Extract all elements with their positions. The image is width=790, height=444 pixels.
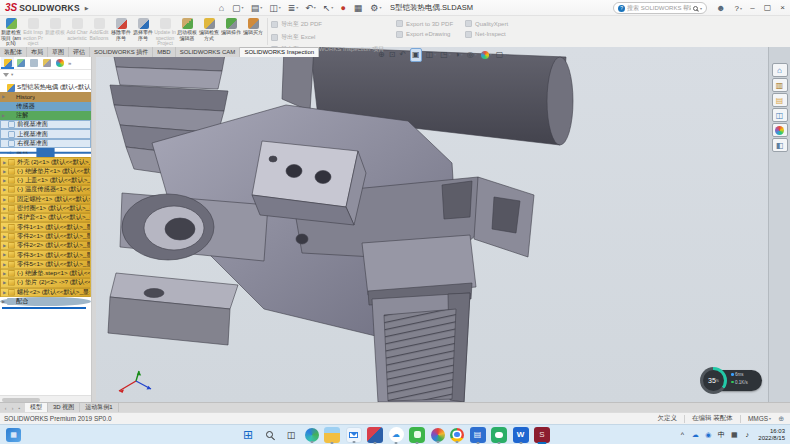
taskbar-clock[interactable]: 16:03 2022/8/15 bbox=[758, 428, 785, 442]
restore-button[interactable]: ▢ bbox=[760, 0, 775, 16]
green-app-icon[interactable] bbox=[409, 427, 425, 443]
tree-item[interactable]: ▶ (-) 绝缘垫片<1> (默认<<默认>_显 bbox=[0, 167, 91, 176]
quick-access-button[interactable]: ▤ bbox=[251, 1, 263, 15]
configuration-manager-tab[interactable] bbox=[27, 57, 40, 69]
command-tab[interactable]: MBD bbox=[153, 47, 175, 57]
performance-overlay[interactable]: 35% 6ms 0.1K/s bbox=[700, 367, 764, 394]
design-library-icon[interactable]: ▥ bbox=[772, 78, 788, 92]
new-inspection-project-button[interactable]: 新建检查项目 (amp;N) bbox=[0, 16, 22, 47]
tree-item[interactable]: 传感器 bbox=[0, 102, 91, 111]
tree-item[interactable]: ▶ 零件3<1> (默认<<默认>_显示状态 bbox=[0, 250, 91, 259]
help-menu[interactable]: ? bbox=[735, 4, 742, 13]
edit-customer-button[interactable]: 编辑买方 bbox=[242, 16, 264, 47]
export-button[interactable]: 导出至 Excel bbox=[271, 33, 384, 42]
start-button[interactable]: ⊞ bbox=[240, 427, 256, 443]
reader-app-icon[interactable]: ▤ bbox=[470, 427, 486, 443]
display-manager-tab[interactable] bbox=[53, 57, 66, 69]
browser-wheel-app-icon[interactable] bbox=[431, 428, 445, 442]
cloud-app-icon[interactable]: ☁ bbox=[389, 427, 404, 442]
select-balloons-button[interactable]: 选择零件序号 bbox=[132, 16, 154, 47]
command-tab[interactable]: 草图 bbox=[48, 47, 69, 57]
close-button[interactable]: × bbox=[775, 0, 790, 16]
mail-icon[interactable] bbox=[346, 427, 362, 443]
new-template-button[interactable]: 新建模板 bbox=[44, 16, 66, 47]
sign-in-icon[interactable]: ☻ bbox=[716, 3, 725, 13]
quick-access-button[interactable]: ≣ bbox=[288, 1, 299, 15]
tree-horizontal-scrollbar[interactable] bbox=[0, 395, 91, 402]
chrome-icon[interactable] bbox=[450, 428, 464, 442]
edit-operations-button[interactable]: 编辑操作 bbox=[220, 16, 242, 47]
volume-icon[interactable]: ♪ bbox=[743, 426, 751, 444]
export-button[interactable]: 导出至 2D PDF bbox=[271, 20, 384, 29]
solidworks-resources-icon[interactable]: ⌂ bbox=[772, 63, 788, 77]
quick-access-button[interactable]: ◫ bbox=[269, 1, 281, 15]
remove-balloons-button[interactable]: 移除零件序号 bbox=[110, 16, 132, 47]
add-characteristic-button[interactable]: Add Characteristic bbox=[66, 16, 88, 47]
document-tab[interactable]: 3D 视图 bbox=[48, 403, 80, 412]
touch-keyboard-icon[interactable]: ▦ bbox=[730, 426, 738, 444]
command-tab[interactable]: 布局 bbox=[27, 47, 48, 57]
pane-split-controls[interactable]: ‹›▪ bbox=[0, 403, 25, 412]
edit-inspection-methods-button[interactable]: 编辑检查方式 bbox=[198, 16, 220, 47]
search-input[interactable]: ? 搜索 SOLIDWORKS 帮助 ▾ bbox=[613, 2, 707, 14]
ime-language-indicator[interactable]: 中 bbox=[717, 426, 725, 444]
quick-access-button[interactable]: ● bbox=[340, 1, 346, 15]
command-tab[interactable]: SOLIDWORKS CAM bbox=[176, 47, 241, 57]
export-button[interactable]: QualityXpert bbox=[465, 20, 508, 27]
status-globe-icon[interactable]: ⊕ bbox=[778, 415, 784, 423]
tray-expand-icon[interactable]: ^ bbox=[678, 426, 686, 444]
dimxpert-manager-tab[interactable] bbox=[40, 57, 53, 69]
quick-access-button[interactable]: ⌂ bbox=[219, 1, 225, 15]
tree-item[interactable]: ▶ 零件2<2> (默认<<默认>_显示状态 bbox=[0, 241, 91, 250]
minimize-button[interactable]: – bbox=[745, 0, 760, 16]
export-button[interactable]: Export to 3D PDF bbox=[396, 20, 453, 27]
document-tab[interactable]: 模型 bbox=[25, 403, 48, 412]
command-tab[interactable]: SOLIDWORKS Inspection bbox=[240, 47, 319, 57]
feature-manager-tab[interactable] bbox=[1, 57, 14, 69]
quick-access-button[interactable]: ↖ bbox=[323, 1, 334, 15]
wechat-icon[interactable] bbox=[491, 427, 507, 443]
command-tab[interactable]: 评估 bbox=[69, 47, 90, 57]
tree-item[interactable]: ▶ 保护套<1> (默认<<默认>_显示状 bbox=[0, 213, 91, 222]
onedrive-icon[interactable]: ☁ bbox=[691, 426, 699, 444]
property-manager-tab[interactable] bbox=[14, 57, 27, 69]
launch-template-editor-button[interactable]: 启动模板编辑器 bbox=[176, 16, 198, 47]
tree-item[interactable]: ▶ 配合 bbox=[0, 297, 91, 306]
command-tab[interactable]: SOLIDWORKS 插件 bbox=[90, 47, 153, 57]
tree-item[interactable]: ▶ 密封圈<1> (默认<<默认>_显示状 bbox=[0, 204, 91, 213]
tree-item[interactable]: 原点 bbox=[0, 148, 91, 157]
export-button[interactable]: Net-Inspect bbox=[465, 31, 508, 38]
tree-item[interactable]: ▶ (-) 上盖<1> (默认<<默认>_显示状 bbox=[0, 176, 91, 185]
file-explorer-icon[interactable] bbox=[324, 427, 340, 443]
tree-item[interactable]: ▶ (-) 温度传感器<1> (默认<<默认>_ bbox=[0, 185, 91, 194]
wps-icon[interactable]: W bbox=[513, 427, 529, 443]
quick-access-button[interactable]: ▢ bbox=[232, 1, 244, 15]
graphics-viewport[interactable]: ⊕⊡↶▣◫◳◑◎●▢ 35% 6ms 0.1K/s ⌂▥▤◫◧ bbox=[96, 47, 790, 402]
quick-access-button[interactable]: ▦ bbox=[354, 1, 364, 15]
tree-item[interactable]: ▶ (-) 垫片 (2)<2> ->? (默认<<默认 bbox=[0, 278, 91, 287]
menu-flyout-icon[interactable]: ▶ bbox=[85, 5, 89, 11]
widgets-button[interactable]: ▦ bbox=[6, 428, 21, 442]
add-edit-balloons-button[interactable]: Add/Edit Balloons bbox=[88, 16, 110, 47]
view-palette-icon[interactable]: ◫ bbox=[772, 108, 788, 122]
solidworks-app-icon[interactable]: S bbox=[534, 427, 550, 443]
tree-item[interactable]: ▶ 零件1<1> (默认<<默认>_显示状态 bbox=[0, 222, 91, 231]
panel-splitter[interactable] bbox=[92, 57, 96, 402]
search-icon[interactable] bbox=[693, 6, 698, 11]
store-app-icon[interactable] bbox=[367, 427, 383, 443]
tree-filter[interactable]: ▾ bbox=[0, 70, 91, 80]
tree-item[interactable]: ▶ (-) 绝缘垫.step<1> (默认<<默认> bbox=[0, 269, 91, 278]
search-caret-icon[interactable]: ▾ bbox=[700, 6, 702, 11]
update-inspection-project-button[interactable]: Update Inspection Project bbox=[154, 16, 176, 47]
export-button[interactable]: Export eDrawing bbox=[396, 31, 453, 38]
quick-access-button[interactable]: ⚙ bbox=[370, 1, 381, 15]
security-location-icon[interactable]: ◉ bbox=[704, 426, 712, 444]
units-selector[interactable]: MMGS ▾ bbox=[748, 415, 771, 422]
edit-inspection-project-button[interactable]: Edit Inspection Project bbox=[22, 16, 44, 47]
tree-root-item[interactable]: S型铠装热电偶 (默认<默认_显示状态-1>) bbox=[0, 83, 91, 92]
panel-tabs-overflow[interactable]: » bbox=[68, 60, 71, 66]
tree-item[interactable]: ▶ 零件5<1> (默认<<默认>_显示状态 bbox=[0, 260, 91, 269]
tree-item[interactable]: 上视基准面 bbox=[0, 129, 91, 138]
edge-icon[interactable] bbox=[305, 428, 319, 442]
appearances-scenes-icon[interactable] bbox=[772, 123, 788, 137]
